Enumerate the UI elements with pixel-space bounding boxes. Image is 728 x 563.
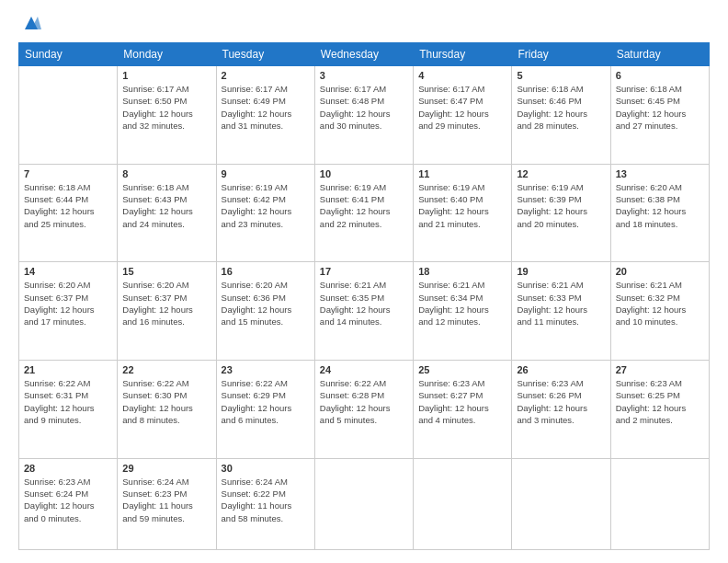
day-number: 20 [616, 266, 704, 277]
logo-icon [21, 13, 41, 33]
calendar-cell: 29Sunrise: 6:24 AM Sunset: 6:23 PM Dayli… [118, 458, 216, 549]
day-info: Sunrise: 6:24 AM Sunset: 6:22 PM Dayligh… [222, 476, 310, 524]
calendar-cell: 13Sunrise: 6:20 AM Sunset: 6:38 PM Dayli… [610, 164, 709, 262]
day-info: Sunrise: 6:21 AM Sunset: 6:33 PM Dayligh… [517, 279, 605, 327]
day-info: Sunrise: 6:23 AM Sunset: 6:27 PM Dayligh… [418, 377, 506, 426]
day-info: Sunrise: 6:18 AM Sunset: 6:45 PM Dayligh… [616, 83, 704, 132]
calendar-cell: 1Sunrise: 6:17 AM Sunset: 6:50 PM Daylig… [118, 66, 216, 165]
calendar-header-friday: Friday [512, 43, 610, 66]
day-number: 15 [122, 266, 210, 277]
calendar-cell: 5Sunrise: 6:18 AM Sunset: 6:46 PM Daylig… [512, 66, 610, 165]
calendar-cell: 26Sunrise: 6:23 AM Sunset: 6:26 PM Dayli… [512, 361, 610, 459]
calendar-cell: 22Sunrise: 6:22 AM Sunset: 6:30 PM Dayli… [118, 361, 216, 459]
day-info: Sunrise: 6:21 AM Sunset: 6:35 PM Dayligh… [320, 279, 408, 327]
day-number: 14 [24, 266, 112, 277]
day-info: Sunrise: 6:22 AM Sunset: 6:31 PM Dayligh… [24, 377, 112, 426]
calendar-week-4: 28Sunrise: 6:23 AM Sunset: 6:24 PM Dayli… [19, 458, 710, 549]
day-number: 23 [222, 364, 310, 375]
calendar: SundayMondayTuesdayWednesdayThursdayFrid… [18, 42, 710, 550]
day-info: Sunrise: 6:17 AM Sunset: 6:48 PM Dayligh… [320, 83, 408, 132]
calendar-header-tuesday: Tuesday [216, 43, 314, 66]
page: SundayMondayTuesdayWednesdayThursdayFrid… [0, 0, 728, 563]
day-number: 8 [122, 168, 210, 179]
day-number: 13 [616, 168, 704, 179]
calendar-header-monday: Monday [118, 43, 216, 66]
day-number: 11 [418, 168, 506, 179]
day-number: 18 [418, 266, 506, 277]
day-info: Sunrise: 6:23 AM Sunset: 6:26 PM Dayligh… [517, 377, 605, 426]
calendar-cell: 9Sunrise: 6:19 AM Sunset: 6:42 PM Daylig… [216, 164, 314, 262]
day-info: Sunrise: 6:23 AM Sunset: 6:24 PM Dayligh… [24, 476, 112, 524]
calendar-cell: 6Sunrise: 6:18 AM Sunset: 6:45 PM Daylig… [610, 66, 709, 165]
day-number: 25 [418, 364, 506, 375]
calendar-header-saturday: Saturday [610, 43, 709, 66]
calendar-cell: 4Sunrise: 6:17 AM Sunset: 6:47 PM Daylig… [414, 66, 512, 165]
day-info: Sunrise: 6:22 AM Sunset: 6:29 PM Dayligh… [222, 377, 310, 426]
calendar-header-thursday: Thursday [414, 43, 512, 66]
day-info: Sunrise: 6:20 AM Sunset: 6:37 PM Dayligh… [24, 279, 112, 327]
day-info: Sunrise: 6:20 AM Sunset: 6:38 PM Dayligh… [616, 181, 704, 230]
calendar-cell: 18Sunrise: 6:21 AM Sunset: 6:34 PM Dayli… [414, 262, 512, 361]
calendar-cell: 14Sunrise: 6:20 AM Sunset: 6:37 PM Dayli… [19, 262, 118, 361]
day-info: Sunrise: 6:19 AM Sunset: 6:41 PM Dayligh… [320, 181, 408, 230]
calendar-cell [512, 458, 610, 549]
calendar-cell: 11Sunrise: 6:19 AM Sunset: 6:40 PM Dayli… [414, 164, 512, 262]
calendar-cell: 21Sunrise: 6:22 AM Sunset: 6:31 PM Dayli… [19, 361, 118, 459]
calendar-cell: 12Sunrise: 6:19 AM Sunset: 6:39 PM Dayli… [512, 164, 610, 262]
day-number: 2 [222, 70, 310, 81]
calendar-cell: 25Sunrise: 6:23 AM Sunset: 6:27 PM Dayli… [414, 361, 512, 459]
calendar-week-2: 14Sunrise: 6:20 AM Sunset: 6:37 PM Dayli… [19, 262, 710, 361]
day-number: 16 [222, 266, 310, 277]
header [18, 17, 710, 33]
logo [18, 17, 41, 33]
calendar-cell: 16Sunrise: 6:20 AM Sunset: 6:36 PM Dayli… [216, 262, 314, 361]
calendar-cell: 23Sunrise: 6:22 AM Sunset: 6:29 PM Dayli… [216, 361, 314, 459]
calendar-cell [414, 458, 512, 549]
day-number: 24 [320, 364, 408, 375]
day-info: Sunrise: 6:21 AM Sunset: 6:34 PM Dayligh… [418, 279, 506, 327]
day-info: Sunrise: 6:17 AM Sunset: 6:50 PM Dayligh… [122, 83, 210, 132]
calendar-cell [19, 66, 118, 165]
day-number: 27 [616, 364, 704, 375]
calendar-cell: 20Sunrise: 6:21 AM Sunset: 6:32 PM Dayli… [610, 262, 709, 361]
day-number: 19 [517, 266, 605, 277]
day-number: 21 [24, 364, 112, 375]
day-info: Sunrise: 6:19 AM Sunset: 6:42 PM Dayligh… [222, 181, 310, 230]
calendar-cell: 17Sunrise: 6:21 AM Sunset: 6:35 PM Dayli… [314, 262, 413, 361]
calendar-cell: 3Sunrise: 6:17 AM Sunset: 6:48 PM Daylig… [314, 66, 413, 165]
calendar-cell: 27Sunrise: 6:23 AM Sunset: 6:25 PM Dayli… [610, 361, 709, 459]
day-info: Sunrise: 6:20 AM Sunset: 6:37 PM Dayligh… [122, 279, 210, 327]
day-number: 5 [517, 70, 605, 81]
calendar-header-row: SundayMondayTuesdayWednesdayThursdayFrid… [19, 43, 710, 66]
day-info: Sunrise: 6:23 AM Sunset: 6:25 PM Dayligh… [616, 377, 704, 426]
calendar-cell: 24Sunrise: 6:22 AM Sunset: 6:28 PM Dayli… [314, 361, 413, 459]
day-info: Sunrise: 6:21 AM Sunset: 6:32 PM Dayligh… [616, 279, 704, 327]
calendar-header-wednesday: Wednesday [314, 43, 413, 66]
calendar-week-0: 1Sunrise: 6:17 AM Sunset: 6:50 PM Daylig… [19, 66, 710, 165]
calendar-cell: 28Sunrise: 6:23 AM Sunset: 6:24 PM Dayli… [19, 458, 118, 549]
calendar-cell: 19Sunrise: 6:21 AM Sunset: 6:33 PM Dayli… [512, 262, 610, 361]
day-number: 30 [222, 463, 310, 474]
day-info: Sunrise: 6:19 AM Sunset: 6:39 PM Dayligh… [517, 181, 605, 230]
day-number: 3 [320, 70, 408, 81]
day-number: 29 [122, 463, 210, 474]
calendar-header-sunday: Sunday [19, 43, 118, 66]
calendar-cell: 30Sunrise: 6:24 AM Sunset: 6:22 PM Dayli… [216, 458, 314, 549]
day-info: Sunrise: 6:19 AM Sunset: 6:40 PM Dayligh… [418, 181, 506, 230]
day-number: 7 [24, 168, 112, 179]
calendar-cell: 8Sunrise: 6:18 AM Sunset: 6:43 PM Daylig… [118, 164, 216, 262]
day-info: Sunrise: 6:22 AM Sunset: 6:28 PM Dayligh… [320, 377, 408, 426]
day-number: 22 [122, 364, 210, 375]
day-number: 10 [320, 168, 408, 179]
day-number: 28 [24, 463, 112, 474]
day-number: 4 [418, 70, 506, 81]
day-number: 17 [320, 266, 408, 277]
day-info: Sunrise: 6:17 AM Sunset: 6:47 PM Dayligh… [418, 83, 506, 132]
day-number: 9 [222, 168, 310, 179]
day-number: 1 [122, 70, 210, 81]
day-info: Sunrise: 6:18 AM Sunset: 6:46 PM Dayligh… [517, 83, 605, 132]
day-number: 6 [616, 70, 704, 81]
day-info: Sunrise: 6:18 AM Sunset: 6:43 PM Dayligh… [122, 181, 210, 230]
calendar-cell [610, 458, 709, 549]
calendar-cell: 15Sunrise: 6:20 AM Sunset: 6:37 PM Dayli… [118, 262, 216, 361]
